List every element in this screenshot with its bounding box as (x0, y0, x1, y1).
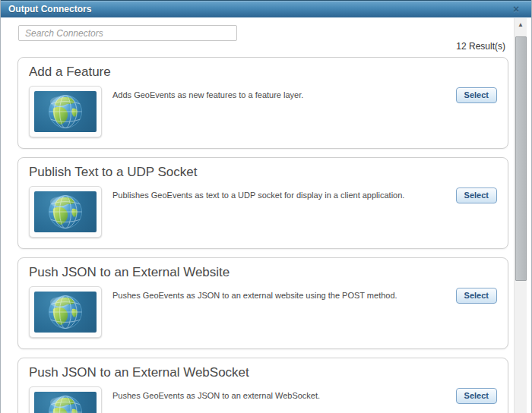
connector-description: Pushes GeoEvents as JSON to an external … (102, 286, 456, 301)
connector-title: Push JSON to an External WebSocket (29, 365, 497, 380)
results-count: 12 Result(s) (456, 41, 505, 52)
connector-description: Publishes GeoEvents as text to a UDP soc… (102, 186, 456, 201)
select-button[interactable]: Select (456, 188, 497, 203)
globe-thumbnail-image (34, 392, 97, 413)
chevron-up-icon: ▲ (518, 21, 524, 28)
connector-thumbnail (29, 386, 102, 413)
globe-icon (47, 394, 84, 413)
scroll-up-button[interactable]: ▲ (515, 18, 527, 31)
connector-title: Push JSON to an External Website (29, 265, 497, 280)
dialog-title: Output Connectors (8, 4, 91, 14)
connector-description: Pushes GeoEvents as JSON to an external … (102, 386, 456, 402)
connector-card: Add a Feature (17, 57, 508, 149)
globe-icon (47, 93, 84, 130)
globe-thumbnail-image (34, 292, 97, 333)
scrollbar-thumb[interactable] (515, 36, 527, 281)
select-button[interactable]: Select (456, 288, 497, 304)
select-button[interactable]: Select (456, 87, 497, 103)
close-icon[interactable]: × (510, 3, 522, 15)
connector-card: Push JSON to an External Website (17, 257, 508, 349)
connector-description: Adds GeoEvents as new features to a feat… (102, 86, 456, 101)
globe-icon (47, 194, 84, 230)
connector-list: Add a Feature (17, 57, 508, 413)
connector-thumbnail (29, 286, 102, 338)
search-input[interactable] (18, 25, 237, 41)
output-connectors-dialog: Output Connectors × 12 Result(s) Add a F… (0, 0, 532, 413)
dialog-body: 12 Result(s) Add a Feature (1, 17, 531, 413)
connector-thumbnail (29, 86, 102, 137)
connector-title: Add a Feature (29, 65, 497, 80)
scrollbar-track[interactable]: ▲ (514, 18, 527, 413)
globe-icon (47, 294, 84, 330)
select-button[interactable]: Select (456, 388, 497, 404)
globe-thumbnail-image (34, 191, 97, 232)
connector-thumbnail (29, 186, 102, 238)
connector-title: Publish Text to a UDP Socket (29, 165, 497, 180)
connector-card: Push JSON to an External WebSocket (17, 358, 508, 413)
connector-card: Publish Text to a UDP Socket (17, 157, 508, 249)
globe-thumbnail-image (34, 91, 97, 132)
dialog-titlebar[interactable]: Output Connectors × (1, 0, 531, 17)
